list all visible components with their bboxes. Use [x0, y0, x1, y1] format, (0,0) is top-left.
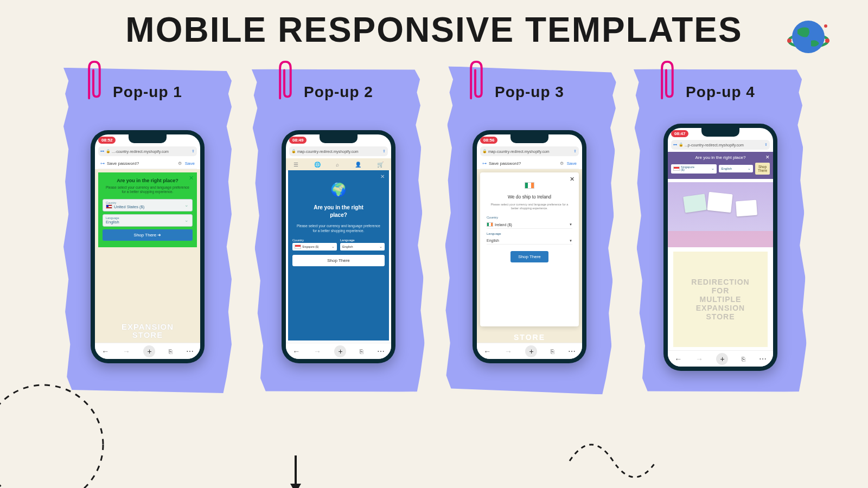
shop-there-button[interactable]: Shop There ➜: [103, 229, 193, 241]
more-icon[interactable]: ⋯: [186, 347, 194, 356]
popup-modal: ✕ We do ship to Ireland Please select yo…: [480, 172, 579, 326]
store-title: STORE: [477, 333, 582, 342]
flag-us-icon: [106, 204, 112, 209]
more-icon[interactable]: ⋯: [568, 347, 576, 356]
save-password-label: Save password?: [489, 161, 521, 166]
card-label: Pop-up 3: [445, 84, 614, 101]
forward-icon[interactable]: →: [695, 355, 703, 363]
save-password-label: Save password?: [107, 161, 139, 166]
search-icon[interactable]: ⌕: [336, 162, 339, 168]
country-select[interactable]: Ireland ($)▼: [487, 221, 572, 229]
svg-point-3: [825, 38, 829, 43]
lock-icon: 🔒: [291, 149, 296, 153]
flag-sg-icon: [673, 166, 680, 171]
country-select[interactable]: Singapore($)⌄: [671, 164, 717, 174]
status-time: 08:47: [671, 130, 688, 137]
save-button[interactable]: Save: [567, 161, 577, 166]
new-tab-icon[interactable]: +: [525, 345, 537, 357]
phone-mockup: 08:52 ⊶🔒...-country-redirect.myshopify.c…: [91, 130, 205, 363]
tabs-icon[interactable]: ⎘: [169, 348, 173, 355]
country-label: Country: [487, 216, 572, 219]
forward-icon[interactable]: →: [505, 347, 512, 356]
gear-icon[interactable]: ⚙: [178, 161, 182, 166]
url-bar[interactable]: 🔒map-country-redirect.myshopify.com⇪: [480, 146, 579, 156]
close-icon[interactable]: ✕: [765, 155, 770, 160]
more-icon[interactable]: ⋯: [759, 355, 767, 363]
store-title: EXPANSIONSTORE: [95, 323, 200, 340]
popup-card-4: Pop-up 4 08:47 ⊶🔒...p-country-redirect.m…: [636, 60, 805, 396]
tabs-icon[interactable]: ⎘: [551, 348, 554, 355]
country-value: Ireland ($): [495, 223, 512, 227]
chevron-down-icon: ⌄: [748, 166, 751, 171]
country-select[interactable]: Singapore ($)⌄: [292, 243, 337, 251]
menu-icon[interactable]: ☰: [293, 162, 298, 168]
popup-heading: Are you in the right place?: [671, 155, 770, 160]
redirection-block: REDIRECTIONFORMULTIPLEEXPANSIONSTORE: [673, 252, 768, 347]
url-text: ...-country-redirect.myshopify.com: [112, 150, 169, 153]
browser-bottom-bar: ←→+⎘⋯: [668, 350, 773, 367]
country-value: Singapore ($): [302, 245, 318, 248]
share-icon[interactable]: ⇪: [573, 149, 577, 153]
phone-mockup: 08:47 ⊶🔒...p-country-redirect.myshopify.…: [663, 124, 777, 371]
share-icon[interactable]: ⇪: [382, 149, 386, 153]
url-bar[interactable]: ⊶🔒...-country-redirect.myshopify.com⇪: [98, 146, 197, 156]
back-icon[interactable]: ←: [292, 347, 300, 356]
share-icon[interactable]: ⇪: [192, 149, 195, 153]
shop-there-button[interactable]: ShopThere: [755, 163, 770, 175]
forward-icon[interactable]: →: [314, 347, 321, 356]
back-icon[interactable]: ←: [101, 347, 109, 356]
share-icon[interactable]: ⇪: [764, 143, 768, 147]
cart-icon[interactable]: 🛒: [377, 162, 384, 168]
url-text: map-country-redirect.myshopify.com: [297, 150, 359, 153]
tabs-icon[interactable]: ⎘: [742, 356, 745, 362]
back-icon[interactable]: ←: [674, 355, 682, 363]
language-select[interactable]: LanguageEnglish⌄: [103, 214, 193, 227]
chevron-down-icon: ▼: [569, 239, 572, 242]
more-icon[interactable]: ⋯: [377, 347, 385, 356]
key-icon: ⊶: [673, 143, 677, 147]
save-button[interactable]: Save: [185, 161, 195, 166]
hero-image: [668, 182, 773, 247]
new-tab-icon[interactable]: +: [143, 345, 155, 357]
language-label: Language: [487, 232, 572, 235]
language-value: English: [721, 167, 732, 170]
svg-point-2: [787, 38, 792, 43]
language-value: English: [106, 220, 189, 224]
back-icon[interactable]: ←: [483, 347, 491, 356]
browser-bottom-bar: ←→+⎘⋯: [95, 343, 200, 359]
chevron-down-icon: ▼: [569, 223, 572, 226]
url-text: ...p-country-redirect.myshopify.com: [685, 143, 744, 147]
close-icon[interactable]: ✕: [380, 174, 385, 179]
card-label: Pop-up 4: [636, 84, 805, 101]
svg-point-4: [824, 24, 827, 28]
popup-card-3: Pop-up 3 08:56 🔒map-country-redirect.mys…: [445, 60, 614, 396]
language-select[interactable]: English▼: [487, 237, 572, 245]
save-password-bar: ⊶Save password?⚙Save: [98, 158, 197, 169]
url-bar[interactable]: ⊶🔒...p-country-redirect.myshopify.com⇪: [671, 140, 770, 150]
new-tab-icon[interactable]: +: [716, 353, 728, 365]
url-bar[interactable]: 🔒map-country-redirect.myshopify.com⇪: [289, 146, 388, 156]
forward-icon[interactable]: →: [123, 347, 130, 356]
language-select[interactable]: English⌄: [719, 165, 753, 172]
popup-heading: We do ship to Ireland: [487, 194, 572, 200]
new-tab-icon[interactable]: +: [334, 345, 346, 357]
popup-card-2: Pop-up 2 08:49 🔒map-country-redirect.mys…: [254, 60, 423, 396]
popup-heading: Are you in the rightplace?: [292, 204, 385, 219]
popup-subtext: Please select your currency and language…: [292, 223, 385, 233]
popup-card-1: Pop-up 1 08:52 ⊶🔒...-country-redirect.my…: [63, 60, 232, 396]
user-icon[interactable]: 👤: [355, 162, 361, 168]
language-select[interactable]: English⌄: [340, 243, 385, 251]
shop-there-button[interactable]: Shop There: [292, 255, 385, 266]
page-title: MOBILE RESPONSIVE TEMPLATES: [0, 0, 868, 50]
close-icon[interactable]: ✕: [189, 175, 194, 182]
tabs-icon[interactable]: ⎘: [360, 348, 363, 355]
country-select[interactable]: CountryUnited States ($)⌄: [103, 199, 193, 211]
chevron-down-icon: ⌄: [711, 166, 714, 171]
svg-point-5: [0, 385, 103, 488]
shop-there-button[interactable]: Shop There: [510, 251, 548, 262]
flag-ie-icon: [487, 180, 572, 190]
globe-icon: 🌐: [314, 162, 321, 168]
gear-icon[interactable]: ⚙: [560, 161, 564, 166]
phone-mockup: 08:49 🔒map-country-redirect.myshopify.co…: [282, 130, 395, 363]
close-icon[interactable]: ✕: [570, 176, 575, 183]
